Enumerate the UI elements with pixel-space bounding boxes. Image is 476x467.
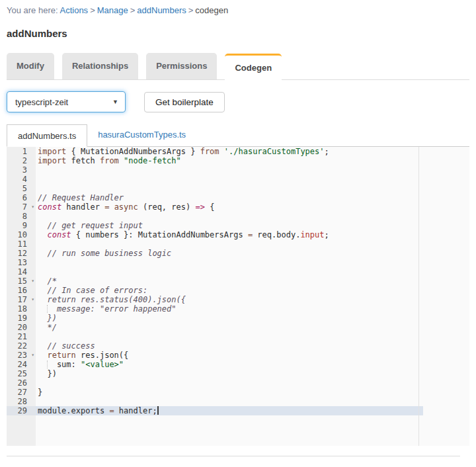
code-token: async xyxy=(114,202,138,212)
code-token: => xyxy=(195,202,204,212)
code-token xyxy=(38,323,47,332)
line-number: 1 xyxy=(7,147,36,156)
code-token xyxy=(219,147,224,156)
line-number: 28 xyxy=(7,397,36,406)
line-number: 9 xyxy=(7,221,36,230)
code-token: from xyxy=(100,156,119,165)
tab-codegen[interactable]: Codegen xyxy=(225,54,282,80)
code-line: /* xyxy=(36,276,469,286)
code-line: const handler = async (req, res) => { xyxy=(36,202,469,212)
code-line xyxy=(36,165,469,175)
code-line xyxy=(36,378,469,388)
code-line: return res.json({ xyxy=(36,351,469,360)
indent-guide xyxy=(47,305,48,313)
code-token: "<value>" xyxy=(81,360,124,369)
fold-toggle-icon[interactable]: ▾ xyxy=(31,351,34,360)
line-number: 6 xyxy=(7,193,36,202)
tab-permissions[interactable]: Permissions xyxy=(146,53,217,79)
line-number: 18 xyxy=(7,304,36,314)
line-number: 19 xyxy=(7,314,36,323)
fold-toggle-icon[interactable]: ▾ xyxy=(31,276,34,286)
code-line: } xyxy=(36,388,469,397)
line-number: 21 xyxy=(7,332,36,341)
code-line: import fetch from "node-fetch" xyxy=(36,156,469,165)
code-line xyxy=(36,175,469,184)
tab-modify[interactable]: Modify xyxy=(7,53,54,79)
code-token: import xyxy=(38,156,66,165)
code-token xyxy=(38,230,47,239)
get-boilerplate-button[interactable]: Get boilerplate xyxy=(144,92,225,112)
line-number: 10 xyxy=(7,230,36,239)
code-token: './hasuraCustomTypes' xyxy=(224,147,325,156)
breadcrumb-link-actions[interactable]: Actions xyxy=(60,5,88,15)
framework-select-value: typescript-zeit xyxy=(15,97,68,107)
breadcrumb-link-manage[interactable]: Manage xyxy=(97,5,128,15)
code-line: // In case of errors: xyxy=(36,286,469,295)
line-number: 23▾ xyxy=(7,351,36,360)
tab-relationships[interactable]: Relationships xyxy=(62,53,138,79)
file-tabs: addNumbers.tshasuraCustomTypes.ts xyxy=(7,124,469,147)
code-token: { xyxy=(205,202,214,212)
action-tabs: ModifyRelationshipsPermissionsCodegen xyxy=(7,53,469,80)
code-token: ; xyxy=(325,147,329,156)
code-line: import { MutationAddNumbersArgs } from '… xyxy=(36,147,469,156)
line-number: 27 xyxy=(7,388,36,397)
code-token: const xyxy=(47,230,71,239)
code-line: }) xyxy=(36,369,469,378)
line-number: 4 xyxy=(7,175,36,184)
code-token: = xyxy=(109,406,114,415)
file-tab-addnumbers-ts[interactable]: addNumbers.ts xyxy=(7,124,87,147)
code-token: (req, res) xyxy=(138,202,196,212)
code-line xyxy=(36,397,469,406)
code-token: from xyxy=(200,147,219,156)
code-token: const xyxy=(38,202,61,212)
code-token xyxy=(38,286,47,295)
code-line xyxy=(36,332,469,341)
line-number: 8 xyxy=(7,212,36,221)
code-token xyxy=(38,221,47,230)
file-tab-hasuracustomtypes-ts[interactable]: hasuraCustomTypes.ts xyxy=(87,124,196,146)
code-line: module.exports = handler; xyxy=(36,406,469,415)
fold-toggle-icon[interactable]: ▾ xyxy=(31,202,34,212)
action-codegen-page: You are here: Actions>Manage>addNumbers>… xyxy=(0,0,476,456)
code-token: } xyxy=(38,388,42,397)
code-line xyxy=(36,267,469,276)
line-number: 5 xyxy=(7,184,36,193)
code-token: module.exports xyxy=(38,406,109,415)
line-number: 25 xyxy=(7,369,36,378)
code-token: return res.status(400).json({ xyxy=(47,295,186,304)
editor-content[interactable]: import { MutationAddNumbersArgs } from '… xyxy=(36,147,469,446)
line-number: 11 xyxy=(7,239,36,249)
code-line: // Request Handler xyxy=(36,193,469,202)
line-number: 24 xyxy=(7,360,36,369)
breadcrumb: You are here: Actions>Manage>addNumbers>… xyxy=(7,5,469,17)
breadcrumb-separator: > xyxy=(128,5,138,15)
code-token: message: "error happened" xyxy=(57,304,177,314)
breadcrumb-separator: > xyxy=(186,5,196,15)
code-token: fetch xyxy=(66,156,100,165)
line-number: 14 xyxy=(7,267,36,276)
text-cursor xyxy=(157,406,159,415)
code-token: ; xyxy=(325,230,329,239)
code-token xyxy=(38,341,47,351)
code-token: // run some business logic xyxy=(47,249,171,258)
fold-toggle-icon[interactable]: ▾ xyxy=(31,295,34,304)
code-token: }) xyxy=(38,369,57,378)
line-number: 29 xyxy=(7,406,36,415)
code-line: }) xyxy=(36,314,469,323)
code-token xyxy=(109,202,114,212)
code-line: sum: "<value>" xyxy=(36,360,469,369)
framework-select[interactable]: typescript-zeit ▼ xyxy=(7,91,126,112)
breadcrumb-link-addnumbers[interactable]: addNumbers xyxy=(137,5,186,15)
code-token: req.body. xyxy=(253,230,300,239)
line-number: 12 xyxy=(7,249,36,258)
divider xyxy=(7,456,460,456)
editor-gutter: 1234567▾89101112131415▾1617▾181920212223… xyxy=(7,147,36,446)
code-line: */ xyxy=(36,323,469,332)
line-number: 3 xyxy=(7,165,36,175)
line-number: 16 xyxy=(7,286,36,295)
breadcrumb-current: codegen xyxy=(195,5,228,15)
line-number: 17▾ xyxy=(7,295,36,304)
code-editor[interactable]: 1234567▾89101112131415▾1617▾181920212223… xyxy=(7,147,469,446)
code-token: { numbers }: MutationAddNumbersArgs xyxy=(71,230,248,239)
